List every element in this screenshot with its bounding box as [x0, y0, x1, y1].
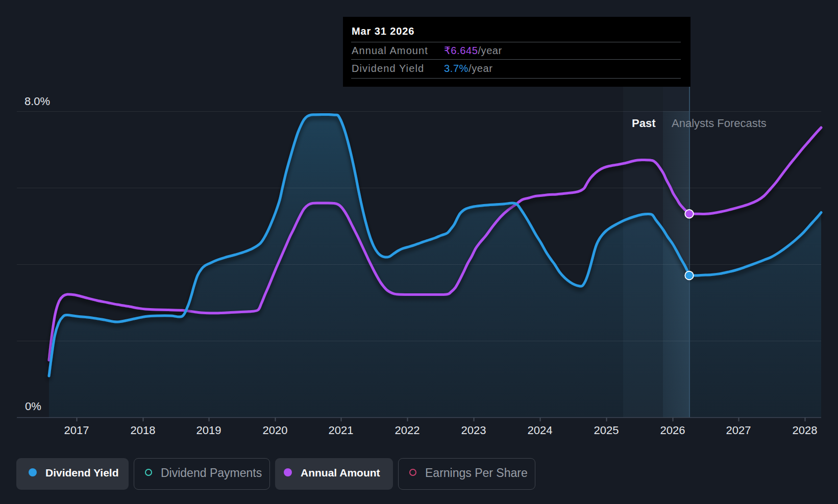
svg-text:2024: 2024	[528, 424, 553, 437]
svg-text:8.0%: 8.0%	[24, 95, 50, 108]
svg-text:2021: 2021	[329, 424, 354, 437]
svg-text:2027: 2027	[726, 424, 751, 437]
svg-text:2020: 2020	[263, 424, 288, 437]
svg-text:2028: 2028	[793, 424, 818, 437]
svg-text:2022: 2022	[395, 424, 420, 437]
svg-text:2026: 2026	[660, 424, 685, 437]
svg-text:0%: 0%	[25, 400, 41, 413]
svg-text:Past: Past	[632, 117, 656, 130]
svg-text:2017: 2017	[64, 424, 89, 437]
svg-text:2018: 2018	[131, 424, 156, 437]
svg-text:Analysts Forecasts: Analysts Forecasts	[672, 117, 767, 130]
svg-text:2023: 2023	[461, 424, 486, 437]
svg-text:2025: 2025	[594, 424, 619, 437]
svg-text:2019: 2019	[196, 424, 221, 437]
